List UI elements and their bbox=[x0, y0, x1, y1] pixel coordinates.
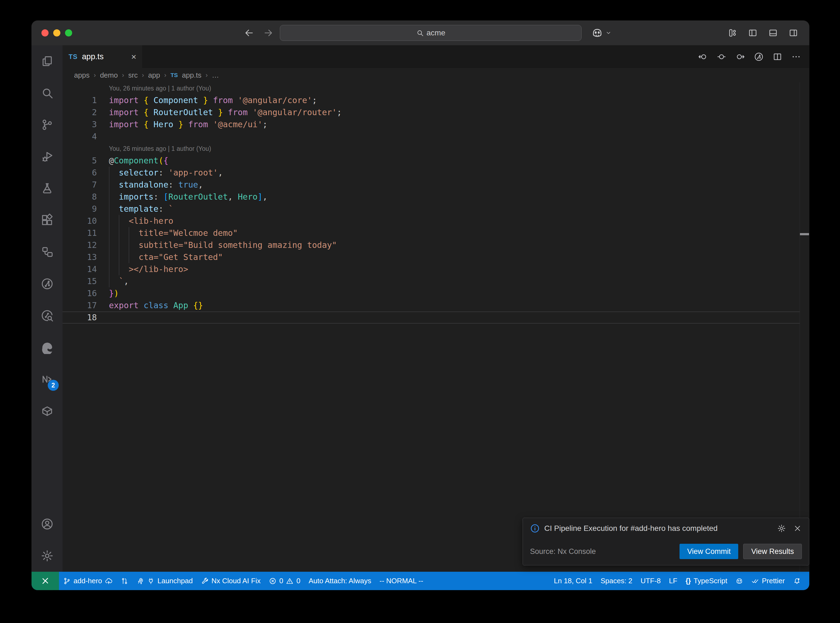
code-editor[interactable]: You, 26 minutes ago | 1 author (You)1imp… bbox=[63, 82, 809, 572]
statusbar-item-problems[interactable]: 00 bbox=[265, 572, 304, 590]
statusbar-right: Ln 18, Col 1Spaces: 2UTF-8LF{}TypeScript… bbox=[550, 572, 809, 590]
toggle-secondary-sidebar-icon[interactable] bbox=[788, 28, 798, 38]
statusbar-label: Launchpad bbox=[157, 577, 193, 585]
statusbar-item-encoding[interactable]: UTF-8 bbox=[636, 572, 665, 590]
breadcrumb-item[interactable]: app.ts bbox=[182, 71, 201, 80]
statusbar-item-cursor-position[interactable]: Ln 18, Col 1 bbox=[550, 572, 596, 590]
next-change-icon[interactable] bbox=[735, 52, 745, 62]
activity-item-run-and-debug[interactable] bbox=[32, 141, 63, 172]
statusbar-item-indentation[interactable]: Spaces: 2 bbox=[596, 572, 636, 590]
code-line: 4 bbox=[63, 130, 809, 143]
account-icon bbox=[41, 517, 54, 531]
line-number: 11 bbox=[63, 227, 97, 239]
copilot-menu[interactable] bbox=[591, 21, 611, 45]
nav-forward-icon[interactable] bbox=[263, 28, 273, 38]
activity-item-explorer[interactable] bbox=[32, 45, 63, 77]
activity-bar: 2 bbox=[32, 45, 63, 572]
toggle-primary-sidebar-icon[interactable] bbox=[748, 28, 758, 38]
layout-controls bbox=[728, 21, 798, 45]
previous-change-icon[interactable] bbox=[698, 52, 708, 62]
more-actions-icon[interactable] bbox=[791, 52, 801, 62]
typescript-file-icon: TS bbox=[69, 53, 78, 61]
vscode-window: acme 2 TS app.ts × bbox=[32, 21, 809, 590]
statusbar-item-copilot-status[interactable] bbox=[731, 572, 747, 590]
line-number: 17 bbox=[63, 299, 97, 312]
minimize-window-button[interactable] bbox=[53, 29, 60, 37]
error-icon bbox=[269, 577, 276, 585]
activity-item-gitlens[interactable] bbox=[32, 268, 63, 300]
statusbar-item-eol[interactable]: LF bbox=[665, 572, 682, 590]
statusbar-label: 0 bbox=[296, 577, 300, 585]
statusbar-item-branch-status[interactable]: add-hero bbox=[59, 572, 117, 590]
activity-item-source-control[interactable] bbox=[32, 109, 63, 141]
toggle-panel-icon[interactable] bbox=[768, 28, 778, 38]
customize-layout-icon[interactable] bbox=[728, 28, 737, 38]
notification-title: CI Pipeline Execution for #add-hero has … bbox=[544, 524, 718, 533]
breadcrumb-item[interactable]: src bbox=[128, 71, 138, 80]
statusbar-item-vim-mode[interactable]: -- NORMAL -- bbox=[375, 572, 427, 590]
line-number: 2 bbox=[63, 106, 97, 118]
activity-item-extensions[interactable] bbox=[32, 204, 63, 236]
line-number: 9 bbox=[63, 203, 97, 215]
statusbar-item-nx-cloud-ai-fix[interactable]: Nx Cloud AI Fix bbox=[197, 572, 265, 590]
bell-dot-icon bbox=[793, 577, 801, 585]
command-center-search[interactable]: acme bbox=[280, 25, 582, 41]
activity-item-gitlens-search[interactable] bbox=[32, 300, 63, 331]
activity-item-references[interactable] bbox=[32, 236, 63, 268]
line-number: 13 bbox=[63, 251, 97, 263]
commit-node-icon[interactable] bbox=[717, 52, 726, 62]
activity-item-testing[interactable] bbox=[32, 172, 63, 204]
git-blame-annotation: You, 26 minutes ago | 1 author (You) bbox=[63, 143, 809, 155]
statusbar-item-notifications-bell[interactable] bbox=[789, 572, 805, 590]
remote-indicator[interactable] bbox=[32, 572, 59, 590]
line-number: 14 bbox=[63, 263, 97, 275]
breadcrumb-item[interactable]: app bbox=[148, 71, 160, 80]
close-window-button[interactable] bbox=[41, 29, 49, 37]
activity-badge: 2 bbox=[48, 380, 59, 391]
activity-item-settings[interactable] bbox=[32, 540, 63, 572]
line-number: 6 bbox=[63, 167, 97, 179]
line-number: 3 bbox=[63, 118, 97, 130]
code-line: 14 ></lib-hero> bbox=[63, 263, 809, 275]
activity-item-containers[interactable] bbox=[32, 395, 63, 427]
circle-search-icon bbox=[41, 309, 54, 322]
traffic-lights bbox=[41, 29, 72, 37]
search-value: acme bbox=[427, 29, 445, 37]
overview-ruler[interactable] bbox=[800, 82, 809, 572]
tab-label: app.ts bbox=[82, 52, 104, 61]
breadcrumb-item[interactable]: apps bbox=[74, 71, 89, 80]
statusbar-item-language-mode[interactable]: {}TypeScript bbox=[682, 572, 731, 590]
code-line: 9 template: ` bbox=[63, 203, 809, 215]
indent-guide bbox=[129, 227, 129, 263]
zoom-window-button[interactable] bbox=[65, 29, 72, 37]
close-tab-icon[interactable]: × bbox=[131, 52, 136, 61]
breadcrumb-separator-icon: › bbox=[142, 71, 144, 79]
line-number: 4 bbox=[63, 130, 97, 143]
nav-back-icon[interactable] bbox=[244, 28, 254, 38]
statusbar-item-prettier[interactable]: Prettier bbox=[747, 572, 789, 590]
code-text: cta="Get Started" bbox=[97, 251, 223, 263]
view-commit-button[interactable]: View Commit bbox=[680, 544, 739, 559]
breadcrumb-item[interactable]: … bbox=[212, 71, 219, 80]
graph-circle-icon[interactable] bbox=[754, 52, 764, 62]
split-editor-icon[interactable] bbox=[772, 52, 782, 62]
statusbar-item-launchpad[interactable]: Launchpad bbox=[132, 572, 197, 590]
breadcrumb-item[interactable]: demo bbox=[100, 71, 118, 80]
activity-item-edge-tools[interactable] bbox=[32, 331, 63, 363]
code-text: selector: 'app-root', bbox=[97, 167, 223, 179]
activity-item-search[interactable] bbox=[32, 77, 63, 109]
statusbar-label: Nx Cloud AI Fix bbox=[212, 577, 261, 585]
files-icon bbox=[41, 55, 54, 68]
view-results-button[interactable]: View Results bbox=[743, 544, 802, 559]
statusbar-item-auto-attach[interactable]: Auto Attach: Always bbox=[304, 572, 375, 590]
line-number: 12 bbox=[63, 239, 97, 251]
double-check-icon bbox=[751, 577, 759, 585]
statusbar-label: Prettier bbox=[762, 577, 785, 585]
notification-settings-icon[interactable] bbox=[777, 524, 786, 533]
activity-item-accounts[interactable] bbox=[32, 508, 63, 540]
activity-item-nx-console[interactable]: 2 bbox=[32, 363, 63, 395]
notification-close-icon[interactable] bbox=[793, 524, 802, 533]
statusbar-item-git-compare[interactable] bbox=[117, 572, 132, 590]
notification-source: Source: Nx Console bbox=[530, 547, 596, 556]
tab-app-ts[interactable]: TS app.ts × bbox=[63, 45, 143, 68]
